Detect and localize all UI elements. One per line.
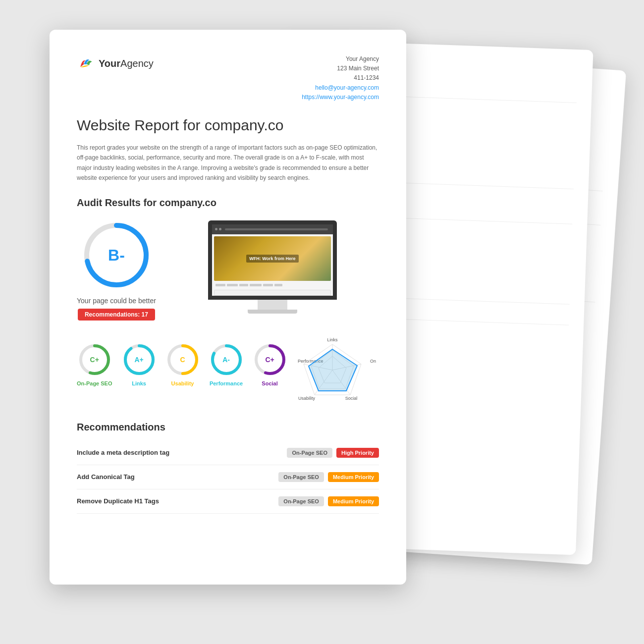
svg-text:Usability: Usability: [298, 396, 316, 401]
scene: ✓ ✓ o easily tap on a ience. cy: [50, 30, 594, 614]
categories-area: C+ On-Page SEO A+ Links: [77, 335, 379, 407]
cat-circle-usability: C: [166, 343, 200, 376]
cat-circle-social: C+: [253, 343, 287, 376]
nav-item: [250, 284, 262, 286]
reco-priority-1: High Priority: [336, 448, 379, 458]
cat-label-links: Links: [132, 380, 146, 386]
reco-row-1: Include a meta description tag On-Page S…: [77, 441, 379, 465]
reco-category-2: On-Page SEO: [278, 472, 324, 482]
spider-chart: Links On-Page SEO Social Usability Perfo…: [297, 335, 376, 407]
cat-label-social: Social: [262, 380, 277, 386]
category-performance: A- Performance: [210, 343, 243, 386]
agency-address: 123 Main Street: [302, 64, 379, 73]
monitor-section: WFH: Work from Here: [166, 220, 379, 314]
nav-item: [215, 284, 225, 286]
header: YourAgency Your Agency 123 Main Street 4…: [77, 54, 379, 102]
monitor-search: [214, 290, 331, 296]
reco-section: Recommendations Include a meta descripti…: [77, 422, 379, 514]
monitor: WFH: Work from Here: [208, 220, 337, 314]
cat-grade-performance: A-: [222, 356, 230, 364]
category-usability: C Usability: [166, 343, 200, 386]
grade-label: B-: [108, 246, 125, 264]
monitor-hero: WFH: Work from Here: [214, 236, 331, 281]
category-onpageseo: C+ On-Page SEO: [77, 343, 112, 386]
agency-email[interactable]: hello@your-agency.com: [315, 84, 379, 91]
grade-section: B- Your page could be better Recommendat…: [77, 220, 156, 321]
logo: YourAgency: [77, 54, 154, 72]
monitor-content: WFH: Work from Here: [212, 234, 333, 298]
reco-section-title: Recommendations: [77, 422, 379, 433]
nav-item: [274, 284, 282, 286]
agency-phone: 411-1234: [302, 73, 379, 83]
cat-circle-performance: A-: [210, 343, 243, 376]
reco-tags-3: On-Page SEO Medium Priority: [278, 496, 379, 506]
svg-text:On-Page SEO: On-Page SEO: [370, 359, 376, 364]
cat-circle-seo: C+: [78, 343, 111, 376]
reco-badge: Recommendations: 17: [78, 309, 155, 321]
report-desc: This report grades your website on the s…: [77, 143, 379, 183]
categories-row: C+ On-Page SEO A+ Links: [77, 343, 287, 386]
agency-name: Your Agency: [302, 54, 379, 64]
logo-icon: [77, 54, 95, 72]
agency-info: Your Agency 123 Main Street 411-1234 hel…: [302, 54, 379, 102]
reco-row-3: Remove Duplicate H1 Tags On-Page SEO Med…: [77, 489, 379, 514]
nav-item: [239, 284, 248, 286]
svg-text:Links: Links: [327, 337, 338, 342]
reco-priority-2: Medium Priority: [328, 472, 379, 482]
svg-text:Social: Social: [345, 396, 357, 401]
category-social: C+ Social: [253, 343, 287, 386]
monitor-address-bar: [225, 228, 328, 230]
monitor-base: [248, 310, 297, 314]
grade-text: Your page could be better: [77, 297, 156, 305]
monitor-bar: [212, 224, 333, 234]
monitor-hero-text: WFH: Work from Here: [246, 255, 298, 263]
audit-area: B- Your page could be better Recommendat…: [77, 220, 379, 321]
cat-circle-links: A+: [122, 343, 156, 376]
cat-label-usability: Usability: [171, 380, 194, 386]
reco-tags-1: On-Page SEO High Priority: [287, 448, 379, 458]
monitor-nav: [214, 283, 331, 288]
nav-item: [227, 284, 238, 286]
cat-label-seo: On-Page SEO: [77, 380, 112, 386]
reco-category-3: On-Page SEO: [278, 496, 324, 506]
cat-grade-seo: C+: [90, 356, 99, 364]
monitor-screen: WFH: Work from Here: [208, 220, 337, 300]
cat-grade-usability: C: [180, 356, 185, 364]
monitor-dot: [215, 228, 217, 230]
reco-name-2: Add Canonical Tag: [77, 473, 278, 481]
reco-name-1: Include a meta description tag: [77, 449, 287, 456]
report-title: Website Report for company.co: [77, 117, 379, 134]
cat-grade-links: A+: [134, 356, 143, 364]
reco-category-1: On-Page SEO: [287, 448, 332, 458]
reco-row-2: Add Canonical Tag On-Page SEO Medium Pri…: [77, 465, 379, 489]
agency-website[interactable]: https://www.your-agency.com: [302, 94, 379, 101]
category-links: A+ Links: [122, 343, 156, 386]
logo-text: YourAgency: [99, 58, 154, 69]
reco-tags-2: On-Page SEO Medium Priority: [278, 472, 379, 482]
reco-name-3: Remove Duplicate H1 Tags: [77, 497, 278, 505]
cat-grade-social: C+: [265, 356, 274, 364]
nav-item: [263, 284, 273, 286]
monitor-dot: [219, 228, 221, 230]
grade-circle: B-: [82, 220, 151, 290]
spider-svg: Links On-Page SEO Social Usability Perfo…: [297, 335, 376, 405]
cat-label-performance: Performance: [210, 380, 243, 386]
audit-section-title: Audit Results for company.co: [77, 197, 379, 209]
monitor-stand: [258, 300, 287, 310]
page-front: YourAgency Your Agency 123 Main Street 4…: [50, 30, 406, 585]
reco-priority-3: Medium Priority: [328, 496, 379, 506]
